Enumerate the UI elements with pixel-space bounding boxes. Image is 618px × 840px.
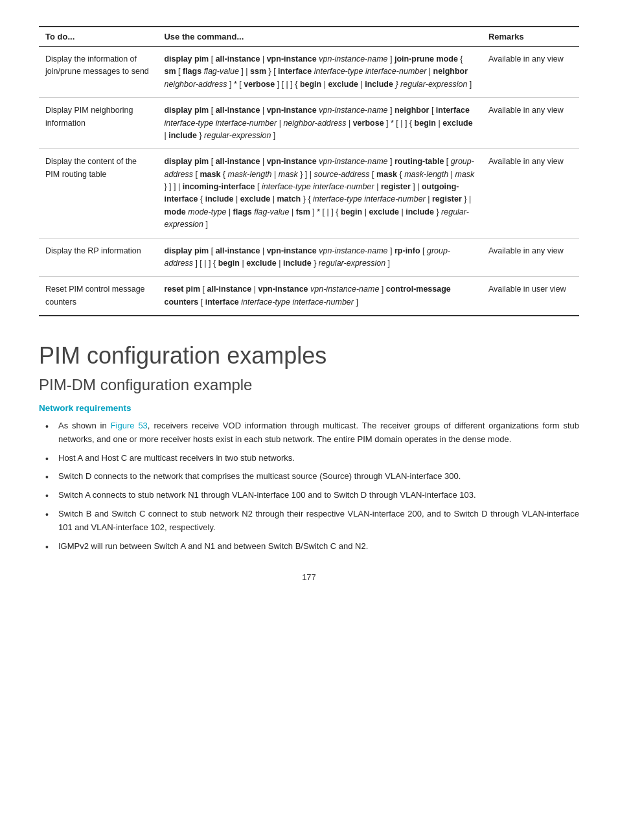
command-part: ] * [ (227, 80, 244, 89)
command-part: begin (341, 207, 362, 216)
command-part: vpn-instance (258, 285, 308, 294)
command-part: [ (209, 157, 215, 166)
subsection-title: PIM-DM configuration example (39, 376, 579, 394)
command-part: } (434, 207, 441, 216)
command-cell: display pim [ all-instance | vpn-instanc… (157, 238, 481, 277)
command-part: } | (462, 194, 471, 204)
command-cell: display pim [ all-instance | vpn-instanc… (157, 98, 481, 149)
command-part: display pim (164, 54, 209, 64)
command-part: regular-expression (204, 131, 271, 140)
command-part: verbose (244, 80, 275, 89)
command-cell: reset pim [ all-instance | vpn-instance … (157, 277, 481, 316)
command-part: neighbor-address (283, 119, 346, 128)
commands-table: To do... Use the command... Remarks Disp… (39, 26, 579, 316)
command-part: | (436, 119, 442, 128)
command-part: vpn-instance-name (308, 285, 380, 294)
command-part: } ] ] | (164, 182, 182, 191)
command-part: exclude (246, 259, 277, 268)
command-part: [ (209, 106, 215, 115)
command-part: vpn-instance (267, 246, 317, 255)
command-part: } (312, 259, 319, 268)
command-part: regular-expression (319, 259, 385, 268)
table-row: Reset PIM control message countersreset … (39, 277, 579, 316)
command-part: mask (200, 170, 220, 179)
header-todo: To do... (39, 27, 157, 47)
command-part: [ (198, 298, 205, 307)
command-part: ] (388, 157, 395, 166)
command-part: | (277, 259, 283, 268)
command-part: | (240, 259, 246, 268)
command-cell: display pim [ all-instance | vpn-instanc… (157, 47, 481, 98)
command-part: flag-value (201, 67, 239, 76)
command-part: flag-value (252, 207, 290, 216)
command-part: fsm (296, 207, 310, 216)
list-item: Switch D connects to the network that co… (45, 470, 579, 484)
figure-link[interactable]: Figure 53 (111, 421, 148, 430)
command-part: } [ (266, 67, 278, 76)
command-part: include (168, 131, 197, 140)
command-part: interface (436, 106, 470, 115)
todo-cell: Display the content of the PIM routing t… (39, 149, 157, 238)
header-command: Use the command... (157, 27, 481, 47)
command-part: mask (279, 170, 298, 179)
remarks-cell: Available in any view (482, 149, 579, 238)
command-part: } (197, 131, 204, 140)
command-part: display pim (164, 106, 209, 115)
command-part: ] (385, 259, 390, 268)
command-part: [ (429, 106, 435, 115)
command-part: mode-type (186, 207, 227, 216)
command-part: ] (379, 285, 385, 294)
command-part: | (374, 182, 381, 191)
command-part: { (458, 54, 463, 64)
command-part: ] * [ | ] { (310, 207, 341, 216)
command-part: ] * [ | ] { (384, 119, 415, 128)
command-part: | (251, 285, 258, 294)
command-part: register (381, 182, 411, 191)
command-part: | (260, 106, 266, 115)
command-part: [ (420, 246, 427, 255)
command-part: [ (444, 157, 450, 166)
command-part: neighbor (395, 106, 429, 115)
command-part: all-instance (216, 106, 260, 115)
command-part: } ] | (298, 170, 314, 179)
command-part: [ (200, 285, 207, 294)
header-remarks: Remarks (482, 27, 579, 47)
command-part: interface (278, 67, 312, 76)
command-part: include (365, 80, 393, 89)
list-item: As shown in Figure 53, receivers receive… (45, 419, 579, 447)
command-part: mask-length (227, 170, 271, 179)
todo-cell: Display PIM neighboring information (39, 98, 157, 149)
command-part: exclude (328, 80, 358, 89)
bullet-text-before: As shown in (58, 421, 111, 430)
command-part: } regular-expression (393, 80, 467, 89)
table-row: Display the RP informationdisplay pim [ … (39, 238, 579, 277)
table-row: Display PIM neighboring informationdispl… (39, 98, 579, 149)
command-part: mask-length (404, 170, 448, 179)
command-part: | (260, 246, 266, 255)
command-part: include (205, 194, 234, 204)
command-part: | (358, 80, 365, 89)
remarks-cell: Available in user view (482, 277, 579, 316)
network-req-heading: Network requirements (39, 403, 579, 413)
table-row: Display the content of the PIM routing t… (39, 149, 579, 238)
command-part: source-address (314, 170, 369, 179)
command-part: all-instance (216, 246, 260, 255)
list-item: Host A and Host C are multicast receiver… (45, 452, 579, 465)
command-part: | (270, 194, 277, 204)
command-part: | (233, 194, 240, 204)
command-part: begin (415, 119, 436, 128)
todo-cell: Display the RP information (39, 238, 157, 277)
command-part: vpn-instance-name (317, 54, 388, 64)
command-part: routing-table (395, 157, 444, 166)
command-part: | (289, 207, 295, 216)
todo-cell: Display the information of join/prune me… (39, 47, 157, 98)
network-req-list: As shown in Figure 53, receivers receive… (39, 419, 579, 553)
command-part: | (226, 207, 233, 216)
command-part: rp-info (395, 246, 420, 255)
remarks-cell: Available in any view (482, 238, 579, 277)
command-part: [ (255, 182, 262, 191)
command-part: interface-type interface-number (312, 67, 426, 76)
command-part: } { (301, 194, 313, 204)
command-part: ] (354, 298, 358, 307)
command-part: | (321, 80, 328, 89)
